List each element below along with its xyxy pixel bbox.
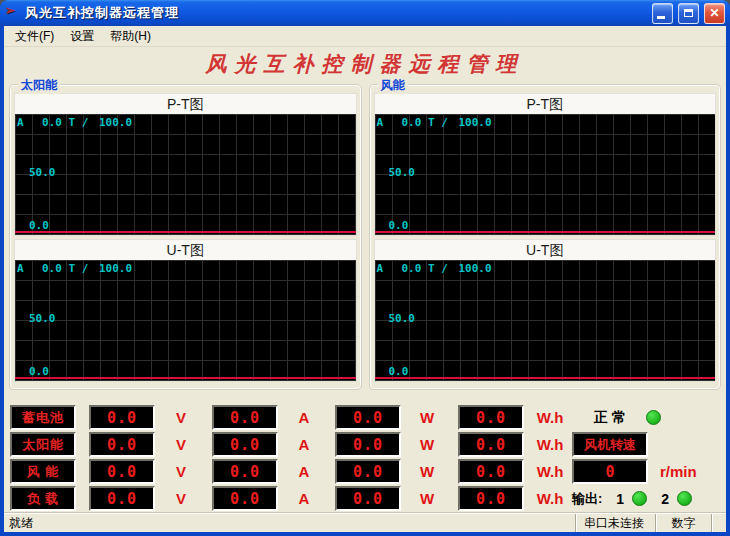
solar-energy-display: 0.0 bbox=[458, 432, 524, 457]
minimize-button[interactable] bbox=[652, 3, 673, 24]
current-unit: A bbox=[286, 463, 322, 480]
load-energy-display: 0.0 bbox=[458, 486, 524, 511]
y-axis-label: A bbox=[17, 116, 24, 129]
fan-speed-value-row: 0 r/min bbox=[568, 459, 720, 484]
fan-speed-display: 0 bbox=[572, 459, 648, 484]
wind-label: 风 能 bbox=[10, 459, 76, 484]
menu-settings[interactable]: 设置 bbox=[62, 26, 102, 47]
solar-power-display: 0.0 bbox=[335, 432, 401, 457]
y-mid-tick: 50.0 bbox=[389, 312, 416, 325]
battery-current-display: 0.0 bbox=[212, 405, 278, 430]
voltage-unit: V bbox=[163, 409, 199, 426]
wind-power-display: 0.0 bbox=[335, 459, 401, 484]
chart-groups: 太阳能 P-T图 A 0.0 T / 100.0 50.0 0.0 bbox=[9, 84, 721, 390]
x-max-label: 100.0 bbox=[459, 262, 492, 275]
output-1-led-icon bbox=[632, 491, 647, 506]
power-unit: W bbox=[409, 409, 445, 426]
x-max-label: 100.0 bbox=[99, 116, 132, 129]
client-area: 文件(F) 设置 帮助(H) 风光互补控制器远程管理 太阳能 P-T图 A 0.… bbox=[4, 26, 726, 532]
wind-ut-chart: A 0.0 T / 100.0 50.0 0.0 bbox=[375, 260, 716, 381]
output-1-number: 1 bbox=[616, 491, 624, 507]
wind-row: 风 能 0.0 V 0.0 A 0.0 W 0.0 W.h 0 r/min bbox=[10, 459, 720, 484]
x-origin-label: 0.0 T / bbox=[402, 116, 448, 129]
x-max-label: 100.0 bbox=[459, 116, 492, 129]
statusbar-end-panel bbox=[711, 514, 726, 532]
solar-ut-title: U-T图 bbox=[15, 240, 356, 260]
energy-unit: W.h bbox=[532, 490, 568, 507]
wind-current-display: 0.0 bbox=[212, 459, 278, 484]
energy-unit: W.h bbox=[532, 409, 568, 426]
system-status: 正常 bbox=[568, 409, 720, 427]
fan-speed-header: 风机转速 bbox=[568, 432, 720, 457]
solar-voltage-display: 0.0 bbox=[89, 432, 155, 457]
fan-speed-label: 风机转速 bbox=[572, 432, 648, 457]
statusbar-serial-status: 串口未连接 bbox=[575, 514, 655, 532]
zero-trace-line bbox=[15, 231, 356, 233]
load-current-display: 0.0 bbox=[212, 486, 278, 511]
solar-label: 太阳能 bbox=[10, 432, 76, 457]
battery-row: 蓄电池 0.0 V 0.0 A 0.0 W 0.0 W.h 正常 bbox=[10, 405, 720, 430]
current-unit: A bbox=[286, 409, 322, 426]
wind-ut-panel: U-T图 A 0.0 T / 100.0 50.0 0.0 bbox=[374, 239, 717, 382]
group-solar-label: 太阳能 bbox=[18, 77, 60, 94]
zero-trace-line bbox=[375, 231, 716, 233]
solar-ut-panel: U-T图 A 0.0 T / 100.0 50.0 0.0 bbox=[14, 239, 357, 382]
statusbar-num-indicator: 数字 bbox=[655, 514, 711, 532]
maximize-icon bbox=[684, 9, 693, 17]
solar-row: 太阳能 0.0 V 0.0 A 0.0 W 0.0 W.h 风机转速 bbox=[10, 432, 720, 457]
y-axis-label: A bbox=[377, 262, 384, 275]
zero-trace-line bbox=[15, 377, 356, 379]
close-button[interactable] bbox=[704, 3, 725, 24]
wind-voltage-display: 0.0 bbox=[89, 459, 155, 484]
menu-help[interactable]: 帮助(H) bbox=[102, 26, 159, 47]
voltage-unit: V bbox=[163, 436, 199, 453]
app-icon bbox=[4, 5, 20, 21]
solar-ut-chart: A 0.0 T / 100.0 50.0 0.0 bbox=[15, 260, 356, 381]
load-power-display: 0.0 bbox=[335, 486, 401, 511]
solar-pt-panel: P-T图 A 0.0 T / 100.0 50.0 0.0 bbox=[14, 93, 357, 236]
energy-unit: W.h bbox=[532, 436, 568, 453]
battery-label: 蓄电池 bbox=[10, 405, 76, 430]
status-normal-label: 正常 bbox=[594, 409, 630, 427]
current-unit: A bbox=[286, 436, 322, 453]
group-wind-label: 风能 bbox=[378, 77, 408, 94]
y-mid-tick: 50.0 bbox=[29, 166, 56, 179]
x-origin-label: 0.0 T / bbox=[42, 262, 88, 275]
y-mid-tick: 50.0 bbox=[389, 166, 416, 179]
voltage-unit: V bbox=[163, 490, 199, 507]
titlebar[interactable]: 风光互补控制器远程管理 bbox=[0, 0, 730, 26]
x-origin-label: 0.0 T / bbox=[402, 262, 448, 275]
x-origin-label: 0.0 T / bbox=[42, 116, 88, 129]
current-unit: A bbox=[286, 490, 322, 507]
maximize-button[interactable] bbox=[678, 3, 699, 24]
group-wind: 风能 P-T图 A 0.0 T / 100.0 50.0 0.0 bbox=[369, 84, 722, 390]
wind-pt-title: P-T图 bbox=[375, 94, 716, 114]
menubar: 文件(F) 设置 帮助(H) bbox=[4, 26, 726, 47]
power-unit: W bbox=[409, 490, 445, 507]
statusbar-ready: 就绪 bbox=[4, 515, 575, 532]
status-led-icon bbox=[646, 410, 661, 425]
statusbar: 就绪 串口未连接 数字 bbox=[4, 514, 726, 532]
page-title: 风光互补控制器远程管理 bbox=[4, 50, 726, 78]
fan-speed-unit: r/min bbox=[660, 463, 697, 480]
readings-panel: 蓄电池 0.0 V 0.0 A 0.0 W 0.0 W.h 正常 太阳能 bbox=[10, 405, 720, 511]
output-2-number: 2 bbox=[661, 491, 669, 507]
x-max-label: 100.0 bbox=[99, 262, 132, 275]
app-window: 风光互补控制器远程管理 文件(F) 设置 帮助(H) 风光互补控制器远程管理 太… bbox=[0, 0, 730, 536]
group-solar: 太阳能 P-T图 A 0.0 T / 100.0 50.0 0.0 bbox=[9, 84, 362, 390]
y-mid-tick: 50.0 bbox=[29, 312, 56, 325]
output-label: 输出: bbox=[572, 490, 602, 508]
zero-trace-line bbox=[375, 377, 716, 379]
load-label: 负 载 bbox=[10, 486, 76, 511]
load-row: 负 载 0.0 V 0.0 A 0.0 W 0.0 W.h 输出: 1 2 bbox=[10, 486, 720, 511]
menu-file[interactable]: 文件(F) bbox=[7, 26, 62, 47]
output-2-led-icon bbox=[677, 491, 692, 506]
y-axis-label: A bbox=[377, 116, 384, 129]
content: 风光互补控制器远程管理 太阳能 P-T图 A 0.0 T / 100.0 50.… bbox=[4, 47, 726, 514]
y-axis-label: A bbox=[17, 262, 24, 275]
wind-pt-chart: A 0.0 T / 100.0 50.0 0.0 bbox=[375, 114, 716, 235]
battery-energy-display: 0.0 bbox=[458, 405, 524, 430]
solar-current-display: 0.0 bbox=[212, 432, 278, 457]
voltage-unit: V bbox=[163, 463, 199, 480]
solar-pt-chart: A 0.0 T / 100.0 50.0 0.0 bbox=[15, 114, 356, 235]
